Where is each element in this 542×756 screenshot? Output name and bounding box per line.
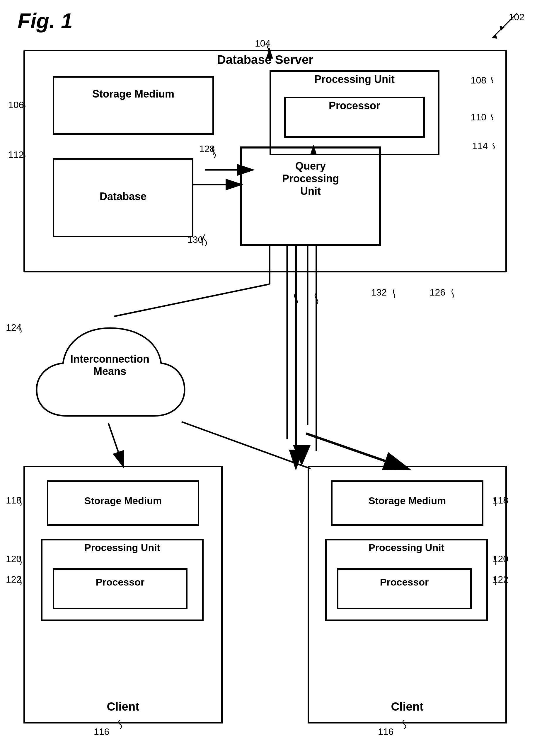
processor-right-label: Processor	[337, 576, 472, 588]
fig-label: Fig. 1	[18, 9, 73, 33]
interconnection-label: Interconnection Means	[25, 353, 195, 378]
ref-114: 114	[472, 141, 488, 151]
squiggle-114	[489, 143, 498, 149]
client-left-label: Client	[23, 700, 223, 713]
storage-medium-server-label: Storage Medium	[53, 88, 214, 100]
svg-line-15	[306, 434, 407, 469]
storage-medium-right-label: Storage Medium	[331, 495, 483, 506]
ref-126: 126	[430, 287, 445, 298]
svg-marker-21	[293, 445, 311, 466]
squiggle-116-right	[398, 720, 410, 729]
client-right-label: Client	[308, 700, 507, 713]
squiggle-106	[20, 102, 29, 108]
squiggle-110	[488, 114, 497, 120]
arrow-102-svg	[485, 9, 526, 35]
squiggle-120-right	[492, 556, 498, 565]
squiggle-124	[18, 325, 23, 333]
squiggle-128	[210, 146, 216, 155]
ref-116-left: 116	[94, 726, 109, 737]
ref-132: 132	[371, 287, 387, 298]
proc-unit-right-label: Processing Unit	[325, 542, 488, 553]
squiggle-122-right	[492, 576, 498, 585]
processor-left-label: Processor	[53, 576, 188, 588]
proc-unit-left-label: Processing Unit	[41, 542, 204, 553]
processor-right	[337, 568, 472, 609]
squiggle-108	[488, 77, 497, 83]
proc-unit-label: Processing Unit	[270, 73, 439, 86]
squiggle-112	[20, 152, 29, 158]
processor-inner-label: Processor	[284, 100, 425, 112]
ref-108: 108	[471, 75, 486, 86]
squiggle-130	[199, 237, 205, 245]
processor-left	[53, 568, 188, 609]
database-label: Database	[53, 190, 193, 203]
squiggle-118-left	[18, 497, 23, 506]
qpu-label: Query Processing Unit	[240, 160, 381, 198]
ref-116-right: 116	[378, 726, 393, 737]
squiggle-126	[450, 289, 456, 298]
storage-medium-left-label: Storage Medium	[47, 495, 199, 506]
squiggle-116-left	[114, 720, 126, 729]
squiggle-118-right	[492, 497, 498, 506]
ref-110: 110	[471, 112, 486, 123]
storage-medium-server-box	[53, 76, 214, 135]
db-server-label: Database Server	[23, 53, 507, 67]
svg-line-17	[182, 422, 311, 469]
diagram: Fig. 1 102 104 Database Server 106 Stora…	[0, 0, 542, 756]
svg-line-12	[114, 284, 270, 316]
squiggle-120-left	[18, 556, 23, 565]
squiggle-132	[391, 289, 397, 298]
svg-line-0	[502, 13, 517, 28]
squiggle-122-left	[18, 576, 23, 585]
